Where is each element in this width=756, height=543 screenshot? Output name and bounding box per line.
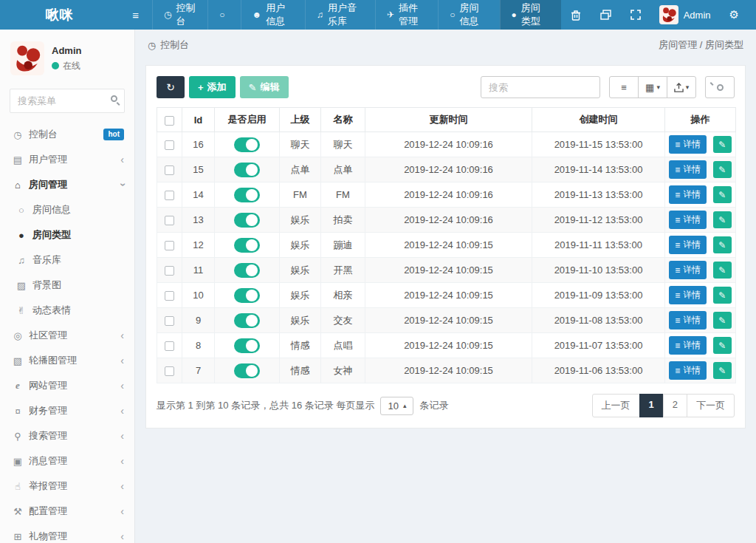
search-button[interactable] bbox=[705, 76, 735, 98]
column-header-enabled[interactable]: 是否启用 bbox=[215, 108, 280, 132]
edit-button[interactable]: ✎ 编辑 bbox=[240, 76, 289, 98]
sidebar-item-room-info[interactable]: ○ 房间信息 bbox=[0, 197, 134, 222]
detail-button[interactable]: ≡详情 bbox=[669, 236, 707, 254]
detail-button[interactable]: ≡详情 bbox=[669, 135, 707, 154]
detail-button[interactable]: ≡详情 bbox=[669, 160, 707, 179]
image-icon: ▨ bbox=[14, 280, 29, 291]
sidebar-item-reports[interactable]: ☝ 举报管理 ‹ bbox=[0, 474, 134, 499]
nav-item-room-type[interactable]: ● 房间类型 bbox=[500, 0, 561, 30]
enabled-toggle[interactable] bbox=[234, 213, 260, 228]
next-page-button[interactable]: 下一页 bbox=[687, 394, 735, 417]
avatar[interactable] bbox=[10, 41, 44, 75]
carousel-image-icon: ▧ bbox=[10, 355, 25, 366]
column-header-name[interactable]: 名称 bbox=[321, 108, 365, 132]
column-header-updated[interactable]: 更新时间 bbox=[365, 108, 532, 132]
sidebar-item-emoticons[interactable]: ✌ 动态表情 bbox=[0, 298, 134, 323]
row-checkbox[interactable] bbox=[165, 191, 174, 200]
fullscreen-icon[interactable] bbox=[621, 10, 650, 20]
export-button[interactable]: ▾ bbox=[667, 76, 696, 98]
column-header-id[interactable]: Id bbox=[182, 108, 215, 132]
detail-button[interactable]: ≡详情 bbox=[669, 185, 707, 204]
nav-item-user-info[interactable]: ☻ 用户信息 bbox=[241, 0, 305, 30]
row-edit-button[interactable]: ✎ bbox=[713, 136, 732, 153]
row-edit-button[interactable]: ✎ bbox=[713, 236, 732, 253]
row-edit-button[interactable]: ✎ bbox=[713, 262, 732, 279]
column-header-created[interactable]: 创建时间 bbox=[532, 108, 665, 132]
sidebar-item-room-type[interactable]: ● 房间类型 bbox=[0, 222, 134, 247]
prev-page-button[interactable]: 上一页 bbox=[592, 394, 640, 417]
detail-button[interactable]: ≡详情 bbox=[669, 211, 707, 229]
online-dot-icon bbox=[52, 62, 59, 69]
add-button[interactable]: + 添加 bbox=[189, 76, 236, 98]
cell-id: 11 bbox=[182, 258, 215, 283]
row-edit-button[interactable]: ✎ bbox=[713, 186, 732, 203]
trash-icon[interactable] bbox=[561, 10, 591, 21]
list-icon: ≡ bbox=[675, 341, 680, 351]
columns-button[interactable]: ▦ ▾ bbox=[638, 76, 667, 98]
sidebar-item-config[interactable]: ⚒ 配置管理 ‹ bbox=[0, 499, 134, 524]
sidebar-item-community[interactable]: ◎ 社区管理 ‹ bbox=[0, 323, 134, 348]
sidebar-item-background[interactable]: ▨ 背景图 bbox=[0, 273, 134, 298]
nav-item-circle[interactable]: ○ bbox=[207, 0, 240, 30]
enabled-toggle[interactable] bbox=[234, 363, 260, 378]
sidebar-item-carousel[interactable]: ▧ 轮播图管理 ‹ bbox=[0, 348, 134, 373]
menu-search-input[interactable] bbox=[10, 89, 125, 113]
row-checkbox[interactable] bbox=[165, 140, 174, 150]
nav-item-label: 房间信息 bbox=[460, 1, 489, 28]
page-button-1[interactable]: 1 bbox=[639, 394, 664, 417]
column-header-parent[interactable]: 上级 bbox=[280, 108, 321, 132]
enabled-toggle[interactable] bbox=[234, 188, 260, 202]
row-edit-button[interactable]: ✎ bbox=[713, 337, 732, 354]
row-edit-button[interactable]: ✎ bbox=[713, 211, 732, 228]
enabled-toggle[interactable] bbox=[234, 313, 260, 328]
sidebar-item-gifts[interactable]: ⊞ 礼物管理 ‹ bbox=[0, 524, 134, 543]
row-checkbox[interactable] bbox=[165, 291, 174, 301]
window-restore-icon[interactable] bbox=[591, 10, 621, 20]
cogs-icon[interactable]: ⚙ bbox=[720, 8, 749, 21]
detail-button[interactable]: ≡详情 bbox=[669, 261, 707, 279]
sidebar-item-search-mgmt[interactable]: ⚲ 搜索管理 ‹ bbox=[0, 423, 134, 448]
select-all-checkbox[interactable] bbox=[165, 116, 174, 126]
detail-button[interactable]: ≡详情 bbox=[669, 336, 707, 355]
breadcrumb-home[interactable]: 控制台 bbox=[160, 38, 189, 52]
row-edit-button[interactable]: ✎ bbox=[713, 362, 732, 379]
row-checkbox[interactable] bbox=[165, 165, 174, 175]
nav-item-room-info[interactable]: ○ 房间信息 bbox=[438, 0, 499, 30]
enabled-toggle[interactable] bbox=[234, 288, 260, 303]
refresh-button[interactable]: ↻ bbox=[157, 76, 185, 98]
sidebar-item-user-mgmt[interactable]: ▤ 用户管理 ‹ bbox=[0, 147, 134, 172]
sidebar-toggle-button[interactable]: ≡ bbox=[119, 0, 152, 30]
row-checkbox[interactable] bbox=[165, 241, 174, 250]
detail-button[interactable]: ≡详情 bbox=[669, 311, 707, 329]
cell-created: 2019-11-12 13:53:00 bbox=[532, 208, 665, 233]
page-size-select[interactable]: 10 ▴ bbox=[380, 397, 413, 415]
row-checkbox[interactable] bbox=[165, 216, 174, 225]
nav-item-dashboard[interactable]: ◷ 控制台 bbox=[152, 0, 207, 30]
row-checkbox[interactable] bbox=[165, 266, 174, 276]
enabled-toggle[interactable] bbox=[234, 163, 260, 177]
sidebar-item-finance[interactable]: ¤ 财务管理 ‹ bbox=[0, 398, 134, 423]
row-edit-button[interactable]: ✎ bbox=[713, 161, 732, 178]
enabled-toggle[interactable] bbox=[234, 238, 260, 253]
row-edit-button[interactable]: ✎ bbox=[713, 287, 732, 304]
row-checkbox[interactable] bbox=[165, 316, 174, 326]
sidebar-item-music-lib[interactable]: ♫ 音乐库 bbox=[0, 247, 134, 273]
enabled-toggle[interactable] bbox=[234, 137, 260, 152]
sidebar-item-room-mgmt[interactable]: ⌂ 房间管理 ‹ bbox=[0, 172, 134, 197]
toggle-view-button[interactable]: ≡ bbox=[609, 76, 639, 98]
row-checkbox[interactable] bbox=[165, 366, 174, 376]
page-button-2[interactable]: 2 bbox=[663, 394, 687, 417]
row-edit-button[interactable]: ✎ bbox=[713, 312, 732, 329]
enabled-toggle[interactable] bbox=[234, 338, 260, 353]
sidebar-item-messages[interactable]: ▣ 消息管理 ‹ bbox=[0, 448, 134, 474]
detail-button[interactable]: ≡详情 bbox=[669, 286, 707, 304]
table-search-input[interactable] bbox=[481, 76, 600, 98]
detail-button[interactable]: ≡详情 bbox=[669, 361, 707, 380]
sidebar-item-dashboard[interactable]: ◷ 控制台 hot bbox=[0, 122, 134, 147]
row-checkbox[interactable] bbox=[165, 341, 174, 351]
nav-item-user-music[interactable]: ♫ 用户音乐库 bbox=[305, 0, 375, 30]
user-menu[interactable]: Admin bbox=[650, 5, 720, 24]
sidebar-item-website[interactable]: e 网站管理 ‹ bbox=[0, 373, 134, 398]
nav-item-plugins[interactable]: ✈ 插件管理 bbox=[375, 0, 438, 30]
enabled-toggle[interactable] bbox=[234, 263, 260, 278]
